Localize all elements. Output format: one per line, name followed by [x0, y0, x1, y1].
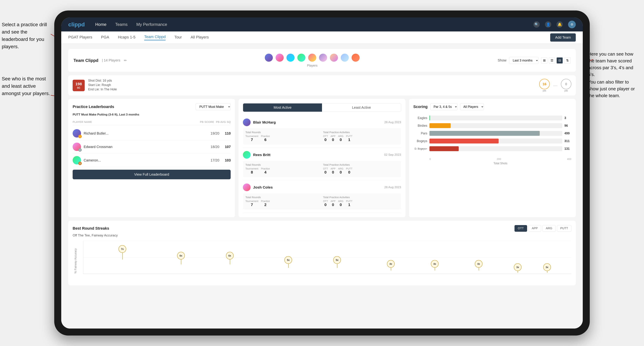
scoring-card: Scoring Par 3, 4 & 5s Par 3s Par 4s Par …	[409, 99, 576, 217]
shot-circles: 16 yds — 0 yds	[539, 79, 572, 92]
drill-select[interactable]: PUTT Must Make Putting...	[196, 103, 231, 110]
team-info: Team Clippd | 14 Players ✏	[74, 58, 127, 63]
bar-fill-pars	[430, 131, 540, 136]
bar-row-dbogeys: D. Bogeys+ 131	[413, 146, 572, 151]
activity-date-3: 26 Aug 2023	[384, 185, 401, 189]
nav-link-myperformance[interactable]: My Performance	[136, 22, 167, 27]
medal-silver: 2	[78, 148, 82, 152]
bar-label-dbogeys: D. Bogeys+	[413, 147, 427, 150]
drill-subtitle: PUTT Must Make Putting (3-6 ft), Last 3 …	[72, 113, 231, 116]
bar-value-birdies: 96	[564, 124, 572, 128]
scoring-header: Scoring Par 3, 4 & 5s Par 3s Par 4s Par …	[413, 103, 572, 110]
nav-link-home[interactable]: Home	[95, 22, 106, 27]
streaks-title: Best Round Streaks	[72, 226, 109, 231]
streaks-tabs: OTT APP ARG PUTT	[514, 225, 572, 232]
player-filter-select[interactable]: All Players	[460, 103, 484, 110]
activity-player-3: Josh Coles 26 Aug 2023	[243, 183, 401, 191]
streaks-card: Best Round Streaks OTT APP ARG PUTT Off …	[68, 221, 576, 285]
view-full-leaderboard-button[interactable]: View Full Leaderboard	[72, 170, 231, 179]
filter-icon[interactable]: ⇅	[564, 57, 570, 64]
activity-stats-3: Total Rounds Tournament7 Practice2 Total…	[243, 193, 401, 209]
tab-ott[interactable]: OTT	[514, 225, 527, 232]
add-team-button[interactable]: Add Team	[550, 33, 576, 42]
shot-details: Shot Dist: 16 yds Start Lie: Rough End L…	[88, 79, 117, 92]
player-score-3: 17/20	[209, 158, 219, 162]
three-col-section: Practice Leaderboards PUTT Must Make Put…	[68, 99, 576, 217]
practice-group: Total Practice Activities OTT0 APP0 ARG0…	[323, 131, 399, 142]
par-filter-select[interactable]: Par 3, 4 & 5s Par 3s Par 4s Par 5s	[430, 103, 458, 110]
bar-row-eagles: Eagles 3	[413, 116, 572, 120]
tab-putt[interactable]: PUTT	[557, 225, 572, 232]
player-name-2: Edward Crossman	[84, 145, 206, 149]
rounds-group: Total Rounds Tournament7 Practice6	[245, 131, 321, 142]
annotation-bottom-right: You can also filter to show just one pla…	[588, 79, 640, 99]
activity-avatar-1	[243, 119, 250, 126]
player-avatar-1: 1	[72, 129, 81, 138]
bubble-5x-1: 5x	[284, 256, 292, 264]
shot-circle-end: 0	[561, 79, 572, 89]
shot-circle-start: 16	[539, 79, 550, 89]
grid-view-icon[interactable]: ⊞	[541, 57, 548, 64]
activity-stats-1: Total Rounds Tournament7 Practice6 Total…	[243, 128, 401, 145]
activity-date-2: 02 Sep 2023	[384, 153, 401, 157]
tab-app[interactable]: APP	[528, 225, 541, 232]
activity-name-2: Rees Britt	[253, 153, 382, 157]
shot-badge: 198 SC	[72, 80, 85, 91]
subnav-pga[interactable]: PGA	[101, 35, 109, 40]
player-avatar	[264, 53, 273, 62]
user-icon[interactable]: 👤	[545, 21, 551, 28]
streak-y-label: % Fairway Accuracy	[74, 248, 77, 274]
card-view-icon[interactable]: ⊟	[556, 57, 563, 64]
team-title: Team Clippd	[74, 58, 98, 63]
col-player-name: PLAYER NAME	[72, 120, 198, 123]
player-score-1: 19/20	[209, 131, 219, 135]
team-count: | 14 Players	[102, 58, 120, 62]
subnav-pgat[interactable]: PGAT Players	[68, 35, 92, 40]
leaderboard-row: 3 Cameron... 17/20 103	[72, 154, 231, 167]
tablet-screen: clippd Home Teams My Performance 🔍 👤 🔔 ⚙…	[61, 17, 583, 329]
player-score-2: 18/20	[209, 145, 219, 149]
activity-row-1: Blair McHarg 26 Aug 2023 Total Rounds To…	[243, 115, 401, 148]
main-content: Team Clippd | 14 Players ✏	[61, 44, 583, 329]
subnav-all-players[interactable]: All Players	[190, 35, 209, 40]
bar-fill-birdies	[430, 123, 450, 128]
player-avg-1: 110	[222, 131, 231, 135]
period-select[interactable]: Last 3 months Last 6 months Last year	[509, 57, 538, 64]
player-name-1: Richard Butler...	[84, 131, 206, 135]
bell-icon[interactable]: 🔔	[556, 21, 563, 28]
subnav: PGAT Players PGA Hcaps 1-5 Team Clippd T…	[61, 31, 583, 44]
player-avatar-3: 3	[72, 156, 81, 165]
bubble-6x-2: 6x	[226, 252, 234, 260]
tab-arg[interactable]: ARG	[542, 225, 556, 232]
activity-date-1: 26 Aug 2023	[384, 121, 401, 124]
subnav-tour[interactable]: Tour	[174, 35, 182, 40]
bar-value-pars: 499	[564, 132, 572, 135]
nav-link-teams[interactable]: Teams	[115, 22, 128, 27]
chart-axis-label: Total Shots	[413, 162, 572, 165]
player-avatar	[275, 53, 284, 62]
leaderboard-row: 2 Edward Crossman 18/20 107	[72, 140, 231, 154]
list-view-icon[interactable]: ☰	[549, 57, 555, 64]
user-avatar[interactable]: ⚙	[568, 21, 576, 28]
search-icon[interactable]: 🔍	[534, 21, 540, 28]
toggle-bar: Most Active Least Active	[243, 103, 401, 112]
bar-value-dbogeys: 131	[564, 147, 572, 151]
most-active-toggle[interactable]: Most Active	[243, 103, 322, 112]
bubble-4x-3: 4x	[475, 260, 482, 268]
bubble-4x-1: 4x	[387, 260, 394, 268]
player-avatar	[340, 53, 349, 62]
edit-icon[interactable]: ✏	[124, 58, 127, 63]
subnav-hcaps[interactable]: Hcaps 1-5	[118, 35, 136, 40]
subnav-team-clippd[interactable]: Team Clippd	[144, 35, 166, 40]
player-avg-2: 107	[222, 145, 231, 149]
medal-gold: 1	[78, 135, 82, 138]
bubble-4x-2: 4x	[431, 260, 438, 268]
streaks-subtitle: Off The Tee, Fairway Accuracy	[72, 233, 572, 237]
show-filter: Show Last 3 months Last 6 months Last ye…	[498, 57, 570, 64]
least-active-toggle[interactable]: Least Active	[322, 103, 401, 112]
player-avatar	[351, 53, 360, 62]
bar-chart: Eagles 3 Birdies 96	[413, 114, 572, 156]
activity-row-2: Rees Britt 02 Sep 2023 Total Rounds Tour…	[243, 148, 401, 180]
medal-bronze: 3	[78, 162, 82, 165]
bar-value-eagles: 3	[564, 116, 572, 120]
